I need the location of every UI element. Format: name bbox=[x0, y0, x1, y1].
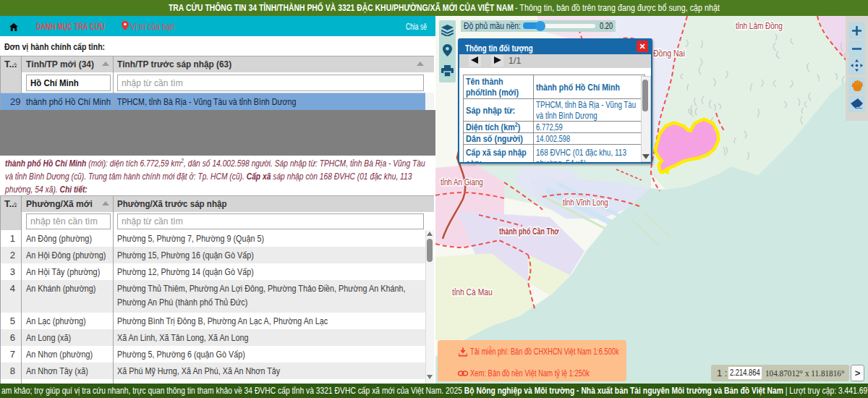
svg-text:tỉnh An Giang: tỉnh An Giang bbox=[441, 177, 483, 187]
svg-text:tỉnh Cà Mau: tỉnh Cà Mau bbox=[452, 287, 493, 297]
svg-text:thành phố Cần Thơ: thành phố Cần Thơ bbox=[499, 226, 559, 237]
svg-text:tỉnh Lâm Đồng: tỉnh Lâm Đồng bbox=[736, 21, 783, 30]
svg-text:Đồng Nai: Đồng Nai bbox=[653, 48, 685, 58]
svg-text:tỉnh Vĩnh Long: tỉnh Vĩnh Long bbox=[563, 198, 608, 207]
